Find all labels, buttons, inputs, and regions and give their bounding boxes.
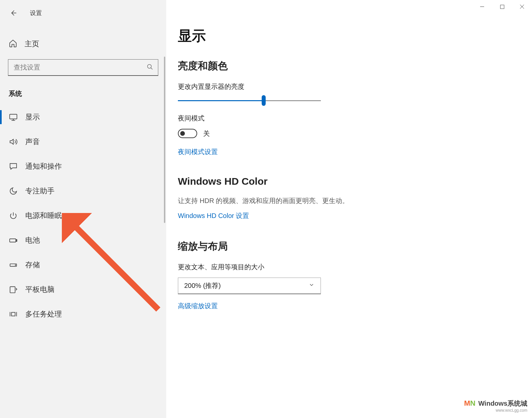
section-title: 系统: [9, 89, 166, 98]
power-icon: [9, 211, 18, 220]
windows-logo-icon: MN: [464, 399, 475, 408]
nav-label: 存储: [25, 260, 40, 270]
section-heading: 缩放与布局: [178, 240, 532, 253]
nav-label: 多任务处理: [25, 309, 62, 319]
watermark: MN Windows系统城 www.wxcLgg.com: [464, 399, 527, 413]
section-heading: Windows HD Color: [178, 176, 532, 187]
night-light-settings-link[interactable]: 夜间模式设置: [178, 147, 532, 156]
hdr-section: Windows HD Color 让支持 HDR 的视频、游戏和应用的画面更明亮…: [178, 176, 532, 220]
nav-item-tablet[interactable]: 平板电脑: [0, 277, 166, 302]
watermark-url: www.wxcLgg.com: [496, 408, 527, 413]
battery-icon: [9, 236, 18, 245]
nav-label: 电池: [25, 235, 40, 245]
storage-icon: [9, 260, 18, 270]
tablet-icon: [9, 285, 18, 294]
scale-dropdown[interactable]: 200% (推荐): [178, 278, 321, 294]
nav-item-power-sleep[interactable]: 电源和睡眠: [0, 203, 166, 228]
nav-item-display[interactable]: 显示: [0, 105, 166, 129]
content-pane: 显示 亮度和颜色 更改内置显示器的亮度 夜间模式 关 夜间模式设置 Window…: [166, 0, 532, 418]
advanced-scale-link[interactable]: 高级缩放设置: [178, 302, 532, 311]
home-label: 主页: [25, 39, 39, 49]
scrollbar[interactable]: [164, 57, 165, 223]
svg-rect-8: [16, 240, 17, 241]
dropdown-value: 200% (推荐): [184, 281, 221, 290]
nav-item-battery[interactable]: 电池: [0, 228, 166, 253]
chat-icon: [9, 162, 18, 171]
svg-marker-6: [10, 139, 13, 144]
night-light-label: 夜间模式: [178, 114, 532, 123]
watermark-text: Windows系统城: [478, 400, 527, 407]
minimize-button[interactable]: [472, 0, 492, 13]
nav-item-focus[interactable]: 专注助手: [0, 179, 166, 203]
home-nav[interactable]: 主页: [0, 32, 166, 56]
hdr-settings-link[interactable]: Windows HD Color 设置: [178, 211, 532, 220]
nav-label: 声音: [25, 137, 40, 147]
scale-section: 缩放与布局 更改文本、应用等项目的大小 200% (推荐) 高级缩放设置: [178, 240, 532, 311]
window-title: 设置: [30, 9, 42, 17]
nav-label: 专注助手: [25, 186, 55, 196]
search-box[interactable]: [8, 59, 158, 76]
page-title: 显示: [178, 27, 532, 45]
search-icon: [147, 64, 153, 72]
monitor-icon: [9, 112, 18, 122]
scale-label: 更改文本、应用等项目的大小: [178, 263, 532, 272]
svg-rect-3: [10, 114, 17, 119]
nav-label: 显示: [25, 112, 40, 122]
svg-rect-16: [500, 5, 504, 8]
close-button[interactable]: [512, 0, 532, 13]
svg-line-2: [151, 68, 153, 69]
moon-icon: [9, 186, 18, 196]
nav-item-storage[interactable]: 存储: [0, 253, 166, 277]
svg-point-1: [148, 64, 152, 68]
chevron-down-icon: [309, 282, 315, 290]
window-controls: [472, 0, 532, 13]
maximize-button[interactable]: [492, 0, 512, 13]
svg-rect-7: [10, 239, 16, 242]
hdr-description: 让支持 HDR 的视频、游戏和应用的画面更明亮、更生动。: [178, 196, 532, 205]
nav-label: 电源和睡眠: [25, 211, 62, 221]
speaker-icon: [9, 137, 18, 146]
svg-rect-11: [10, 287, 15, 293]
nav-item-notifications[interactable]: 通知和操作: [0, 154, 166, 179]
nav-label: 平板电脑: [25, 285, 55, 295]
brightness-label: 更改内置显示器的亮度: [178, 82, 532, 91]
nav-label: 通知和操作: [25, 161, 62, 171]
multitask-icon: [9, 310, 18, 319]
svg-rect-14: [12, 313, 15, 316]
search-input[interactable]: [13, 63, 147, 72]
night-light-toggle[interactable]: [178, 129, 197, 138]
settings-sidebar: 设置 主页 系统 显示: [0, 0, 166, 418]
brightness-section: 亮度和颜色 更改内置显示器的亮度 夜间模式 关 夜间模式设置: [178, 59, 532, 156]
back-button[interactable]: [7, 6, 20, 20]
svg-point-10: [15, 265, 16, 266]
toggle-state: 关: [203, 129, 210, 138]
nav-item-sound[interactable]: 声音: [0, 129, 166, 154]
nav-list: 显示 声音 通知和操作 专注助手: [0, 105, 166, 326]
home-icon: [9, 39, 17, 49]
slider-thumb[interactable]: [262, 95, 266, 106]
brightness-slider[interactable]: [178, 97, 321, 104]
nav-item-multitask[interactable]: 多任务处理: [0, 302, 166, 326]
section-heading: 亮度和颜色: [178, 59, 532, 73]
